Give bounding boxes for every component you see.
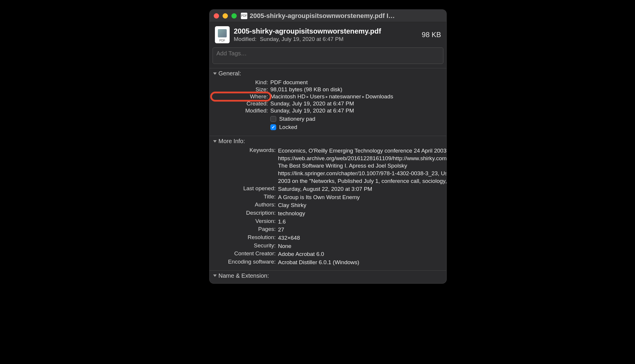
general-section: General: Kind: PDF document Size: 98,011… — [210, 68, 446, 136]
pdf-file-icon: PDF — [215, 26, 230, 43]
authors-label: Authors: — [214, 201, 276, 209]
resolution-label: Resolution: — [214, 234, 276, 242]
path-sep-icon: ▸ — [307, 94, 309, 99]
zoom-icon[interactable] — [231, 13, 237, 19]
keywords-value: Economics, O'Reilly Emerging Technology … — [278, 147, 447, 185]
moreinfo-disclosure[interactable]: More Info: — [210, 136, 446, 146]
encoding-label: Encoding software: — [214, 259, 276, 266]
nameext-disclosure[interactable]: Name & Extension: — [210, 271, 446, 283]
general-disclosure[interactable]: General: — [210, 68, 446, 79]
locked-label: Locked — [279, 124, 297, 130]
path-seg-3: Downloads — [366, 93, 393, 100]
created-value: Sunday, July 19, 2020 at 6:47 PM — [270, 100, 442, 107]
title-label: Title: — [214, 193, 276, 201]
title-preview-icon: PDF — [241, 13, 247, 19]
description-value: technology — [278, 210, 447, 217]
creator-label: Content Creator: — [214, 250, 276, 258]
where-label: Where: — [214, 93, 268, 100]
keywords-label: Keywords: — [214, 147, 276, 185]
stationery-label: Stationery pad — [279, 116, 315, 122]
kind-value: PDF document — [270, 79, 442, 86]
lastopened-value: Saturday, August 22, 2020 at 3:07 PM — [278, 185, 447, 193]
moreinfo-header: More Info: — [218, 138, 245, 145]
moreinfo-section: More Info: Keywords: Economics, O'Reilly… — [210, 136, 446, 270]
chevron-down-icon — [213, 274, 217, 277]
nameext-header: Name & Extension: — [218, 272, 269, 279]
path-seg-2: nateswanner — [329, 93, 361, 100]
resolution-value: 432×648 — [278, 234, 447, 242]
security-label: Security: — [214, 242, 276, 250]
path-seg-1: Users — [310, 93, 325, 100]
security-value: None — [278, 242, 447, 250]
path-seg-0: Macintosh HD — [270, 93, 305, 100]
file-modified: Modified: Sunday, July 19, 2020 at 6:47 … — [234, 36, 418, 42]
file-header: PDF 2005-shirky-agroupisitsownworstenemy… — [210, 22, 446, 46]
description-label: Description: — [214, 210, 276, 217]
pages-value: 27 — [278, 226, 447, 234]
chevron-down-icon — [213, 140, 217, 143]
where-value: Macintosh HD ▸ Users ▸ nateswanner ▸ Dow… — [270, 93, 442, 100]
stationery-checkbox[interactable] — [270, 116, 276, 122]
kind-label: Kind: — [214, 79, 268, 86]
size-value: 98,011 bytes (98 KB on disk) — [270, 86, 442, 93]
version-value: 1.6 — [278, 218, 447, 226]
path-sep-icon: ▸ — [326, 94, 328, 99]
encoding-value: Acrobat Distiller 6.0.1 (Windows) — [278, 259, 447, 266]
chevron-down-icon — [213, 72, 217, 75]
locked-checkbox[interactable]: ✓ — [270, 124, 276, 130]
modified-value2: Sunday, July 19, 2020 at 6:47 PM — [270, 107, 442, 114]
path-sep-icon: ▸ — [362, 94, 364, 99]
modified-label: Modified: — [234, 36, 256, 42]
general-header: General: — [218, 70, 241, 77]
tags-field[interactable]: Add Tags… — [213, 47, 443, 64]
title-value: A Group is Its Own Worst Enemy — [278, 193, 447, 201]
get-info-window: PDF 2005-shirky-agroupisitsownworstenemy… — [209, 9, 447, 284]
nameext-section: Name & Extension: — [210, 270, 446, 283]
titlebar: PDF 2005-shirky-agroupisitsownworstenemy… — [210, 10, 446, 22]
authors-value: Clay Shirky — [278, 201, 447, 209]
version-label: Version: — [214, 218, 276, 226]
modified-label2: Modified: — [214, 107, 268, 114]
lastopened-label: Last opened: — [214, 185, 276, 193]
file-name: 2005-shirky-agroupisitsownworstenemy.pdf — [234, 27, 418, 35]
window-title: 2005-shirky-agroupisitsownworstenemy.pdf… — [250, 12, 442, 20]
minimize-icon[interactable] — [223, 13, 228, 19]
close-icon[interactable] — [214, 13, 219, 19]
file-size: 98 KB — [422, 31, 441, 39]
created-label: Created: — [214, 100, 268, 107]
modified-value: Sunday, July 19, 2020 at 6:47 PM — [260, 36, 343, 42]
window-controls — [214, 13, 237, 19]
size-label: Size: — [214, 86, 268, 93]
creator-value: Adobe Acrobat 6.0 — [278, 250, 447, 258]
tags-placeholder: Add Tags… — [216, 50, 247, 57]
pages-label: Pages: — [214, 226, 276, 234]
